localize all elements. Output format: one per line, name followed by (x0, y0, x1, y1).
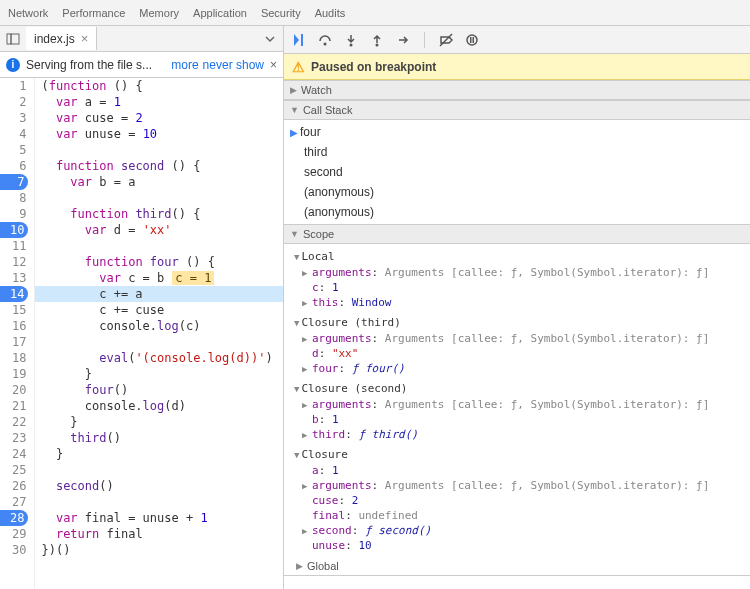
close-icon[interactable]: × (81, 31, 89, 46)
line-number[interactable]: 17 (0, 334, 26, 350)
line-number[interactable]: 2 (0, 94, 26, 110)
code-line[interactable]: function four () { (35, 254, 283, 270)
code-line[interactable]: var unuse = 10 (35, 126, 283, 142)
line-number[interactable]: 11 (0, 238, 26, 254)
line-number[interactable]: 4 (0, 126, 26, 142)
line-gutter[interactable]: 1234567891011121314151617181920212223242… (0, 78, 35, 589)
line-number[interactable]: 1 (0, 78, 26, 94)
scope-variable[interactable]: unuse: 10 (294, 538, 744, 553)
code-line[interactable]: return final (35, 526, 283, 542)
line-number[interactable]: 9 (0, 206, 26, 222)
code-line[interactable] (35, 190, 283, 206)
stack-frame[interactable]: ▶four (284, 122, 750, 142)
code-line[interactable] (35, 334, 283, 350)
info-never-show-link[interactable]: never show (203, 58, 264, 72)
file-tab[interactable]: index.js × (26, 27, 97, 50)
code-line[interactable]: var d = 'xx' (35, 222, 283, 238)
line-number[interactable]: 10 (0, 222, 28, 238)
code-line[interactable]: } (35, 414, 283, 430)
scope-variable[interactable]: final: undefined (294, 508, 744, 523)
close-icon[interactable]: × (270, 58, 277, 72)
code-area[interactable]: (function () { var a = 1 var cuse = 2 va… (35, 78, 283, 589)
resume-icon[interactable] (290, 31, 308, 49)
scope-variable[interactable]: ▶arguments: Arguments [callee: ƒ, Symbol… (294, 265, 744, 280)
scope-variable[interactable]: ▶this: Window (294, 295, 744, 310)
line-number[interactable]: 29 (0, 526, 26, 542)
line-number[interactable]: 19 (0, 366, 26, 382)
stack-frame[interactable]: second (284, 162, 750, 182)
stack-frame[interactable]: third (284, 142, 750, 162)
code-line[interactable]: function second () { (35, 158, 283, 174)
scope-variable[interactable]: ▶arguments: Arguments [callee: ƒ, Symbol… (294, 478, 744, 493)
deactivate-breakpoints-icon[interactable] (437, 31, 455, 49)
stack-frame[interactable]: (anonymous) (284, 202, 750, 222)
code-line[interactable]: second() (35, 478, 283, 494)
line-number[interactable]: 23 (0, 430, 26, 446)
tab-application[interactable]: Application (193, 7, 247, 19)
code-line[interactable]: third() (35, 430, 283, 446)
callstack-panel-header[interactable]: ▼ Call Stack (284, 100, 750, 120)
code-line[interactable]: var final = unuse + 1 (35, 510, 283, 526)
code-line[interactable]: c += cuse (35, 302, 283, 318)
scope-variable[interactable]: ▶second: ƒ second() (294, 523, 744, 538)
scope-variable[interactable]: d: "xx" (294, 346, 744, 361)
line-number[interactable]: 14 (0, 286, 28, 302)
scope-variable[interactable]: ▶third: ƒ third() (294, 427, 744, 442)
tab-performance[interactable]: Performance (62, 7, 125, 19)
code-line[interactable]: c += a (35, 286, 283, 302)
code-line[interactable] (35, 462, 283, 478)
pause-exceptions-icon[interactable] (463, 31, 481, 49)
line-number[interactable]: 7 (0, 174, 28, 190)
code-line[interactable]: var cuse = 2 (35, 110, 283, 126)
tab-audits[interactable]: Audits (315, 7, 346, 19)
line-number[interactable]: 30 (0, 542, 26, 558)
scope-title[interactable]: ▼Local (294, 248, 744, 265)
code-line[interactable]: function third() { (35, 206, 283, 222)
scope-variable[interactable]: ▶arguments: Arguments [callee: ƒ, Symbol… (294, 397, 744, 412)
watch-panel-header[interactable]: ▶ Watch (284, 80, 750, 100)
scope-title[interactable]: ▼Closure (294, 446, 744, 463)
line-number[interactable]: 24 (0, 446, 26, 462)
scope-title[interactable]: ▼Closure (third) (294, 314, 744, 331)
scope-variable[interactable]: ▶four: ƒ four() (294, 361, 744, 376)
scope-panel-header[interactable]: ▼ Scope (284, 224, 750, 244)
line-number[interactable]: 12 (0, 254, 26, 270)
line-number[interactable]: 22 (0, 414, 26, 430)
step-icon[interactable] (394, 31, 412, 49)
line-number[interactable]: 6 (0, 158, 26, 174)
more-files-icon[interactable] (257, 32, 283, 46)
code-line[interactable]: four() (35, 382, 283, 398)
code-line[interactable]: } (35, 366, 283, 382)
code-editor[interactable]: 1234567891011121314151617181920212223242… (0, 78, 283, 589)
code-line[interactable]: var b = a (35, 174, 283, 190)
tab-memory[interactable]: Memory (139, 7, 179, 19)
scope-variable[interactable]: a: 1 (294, 463, 744, 478)
code-line[interactable]: (function () { (35, 78, 283, 94)
code-line[interactable]: console.log(c) (35, 318, 283, 334)
line-number[interactable]: 16 (0, 318, 26, 334)
line-number[interactable]: 18 (0, 350, 26, 366)
code-line[interactable]: } (35, 446, 283, 462)
scope-variable[interactable]: ▶arguments: Arguments [callee: ƒ, Symbol… (294, 331, 744, 346)
stack-frame[interactable]: (anonymous) (284, 182, 750, 202)
step-out-icon[interactable] (368, 31, 386, 49)
tab-network[interactable]: Network (8, 7, 48, 19)
code-line[interactable]: var c = bc = 1 (35, 270, 283, 286)
line-number[interactable]: 5 (0, 142, 26, 158)
line-number[interactable]: 13 (0, 270, 26, 286)
scope-variable[interactable]: b: 1 (294, 412, 744, 427)
line-number[interactable]: 15 (0, 302, 26, 318)
code-line[interactable]: var a = 1 (35, 94, 283, 110)
code-line[interactable]: console.log(d) (35, 398, 283, 414)
step-over-icon[interactable] (316, 31, 334, 49)
info-more-link[interactable]: more (171, 58, 198, 72)
line-number[interactable]: 8 (0, 190, 26, 206)
global-scope-header[interactable]: ▶ Global (284, 557, 750, 576)
tab-security[interactable]: Security (261, 7, 301, 19)
line-number[interactable]: 26 (0, 478, 26, 494)
code-line[interactable]: })() (35, 542, 283, 558)
line-number[interactable]: 20 (0, 382, 26, 398)
code-line[interactable] (35, 142, 283, 158)
code-line[interactable]: eval('(console.log(d))') (35, 350, 283, 366)
line-number[interactable]: 25 (0, 462, 26, 478)
